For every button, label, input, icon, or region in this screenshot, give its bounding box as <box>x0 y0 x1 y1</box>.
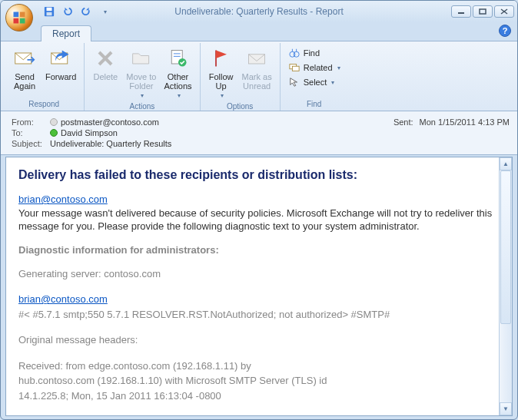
select-icon <box>288 76 301 88</box>
title-bar: Undeliverable: Quarterly Results - Repor… <box>1 1 517 22</box>
close-button[interactable] <box>494 5 514 18</box>
from-value: postmaster@contoso.com <box>61 117 159 127</box>
move-label: Move to Folder <box>126 72 156 91</box>
recipient-link-2[interactable]: brian@contoso.com <box>18 293 108 305</box>
group-actions-label: Actions <box>89 101 194 113</box>
subject-label: Subject: <box>12 139 50 148</box>
other-actions-button[interactable]: Other Actions <box>161 45 194 101</box>
other-actions-icon <box>166 46 191 71</box>
mark-unread-label: Mark as Unread <box>242 72 272 91</box>
qat-customize-button[interactable] <box>96 3 113 20</box>
minimize-button[interactable] <box>451 5 471 18</box>
forward-button[interactable]: Forward <box>42 45 79 83</box>
group-actions: Delete Move to Folder Other Actions Acti… <box>85 43 200 111</box>
forward-icon <box>48 46 73 71</box>
find-label: Find <box>304 48 320 58</box>
group-find-label: Find <box>285 98 344 111</box>
forward-label: Forward <box>45 72 76 81</box>
tab-report[interactable]: Report <box>41 25 91 41</box>
delete-icon <box>93 46 118 71</box>
sent-label: Sent: <box>393 117 413 127</box>
undo-button[interactable] <box>59 3 76 20</box>
sent-value: Mon 1/15/2011 4:13 PM <box>420 117 510 127</box>
vertical-scrollbar[interactable]: ▲ ▼ <box>499 157 512 415</box>
related-label: Related <box>304 63 333 72</box>
related-icon <box>288 61 301 74</box>
svg-rect-25 <box>292 66 299 71</box>
office-orb-button[interactable] <box>5 4 33 31</box>
smtp-error-line: #< #5.7.1 smtp;550 5.7.1 RESOLVER.RST.No… <box>18 307 500 322</box>
maximize-button[interactable] <box>473 5 493 18</box>
save-button[interactable] <box>41 3 58 20</box>
follow-up-button[interactable]: Follow Up <box>205 45 237 101</box>
presence-online-icon <box>50 129 58 137</box>
help-button[interactable]: ? <box>499 25 511 37</box>
follow-up-label: Follow Up <box>209 72 234 91</box>
move-to-folder-button[interactable]: Move to Folder <box>123 45 159 101</box>
folder-icon <box>129 46 154 71</box>
svg-rect-8 <box>480 9 486 14</box>
presence-unknown-icon <box>50 118 58 126</box>
quick-access-toolbar <box>41 3 113 20</box>
mark-unread-button[interactable]: Mark as Unread <box>239 45 275 92</box>
message-body-container: Delivery has failed to these recipients … <box>5 157 513 416</box>
related-button[interactable]: Related <box>285 61 344 74</box>
svg-rect-5 <box>47 8 52 11</box>
send-again-icon <box>12 46 37 71</box>
binoculars-icon <box>288 47 301 59</box>
svg-rect-6 <box>47 12 52 15</box>
svg-rect-1 <box>20 12 25 18</box>
svg-rect-19 <box>249 55 265 64</box>
diagnostic-heading: Diagnostic information for administrator… <box>18 244 500 256</box>
message-body: Delivery has failed to these recipients … <box>6 157 512 415</box>
select-label: Select <box>304 78 327 87</box>
recipient-link[interactable]: brian@contoso.com <box>18 193 108 205</box>
svg-rect-0 <box>14 12 19 18</box>
to-value: David Simpson <box>61 128 118 137</box>
group-respond: Send Again Forward Respond <box>4 43 85 111</box>
subject-value: Undeliverable: Quarterly Results <box>50 139 171 148</box>
received-line-3: 14.1.225.8; Mon, 15 Jan 2011 16:13:04 -0… <box>18 389 500 404</box>
original-headers-label: Original message headers: <box>18 332 500 348</box>
scroll-down-button[interactable]: ▼ <box>500 402 512 415</box>
from-label: From: <box>12 117 50 127</box>
received-line-1: Received: from edge.contoso.com (192.168… <box>18 359 500 374</box>
send-again-button[interactable]: Send Again <box>8 45 41 92</box>
received-line-2: hub.contoso.com (192.168.1.10) with Micr… <box>18 373 500 389</box>
to-label: To: <box>12 128 50 137</box>
group-respond-label: Respond <box>8 98 79 111</box>
group-options: Follow Up Mark as Unread Options <box>201 43 281 111</box>
other-actions-label: Other Actions <box>164 72 191 91</box>
ribbon: Send Again Forward Respond Delete Move t… <box>1 41 517 111</box>
group-options-label: Options <box>205 101 275 113</box>
delete-button[interactable]: Delete <box>89 45 121 83</box>
select-button[interactable]: Select <box>285 75 344 89</box>
send-again-label: Send Again <box>14 72 35 91</box>
flag-icon <box>209 46 234 71</box>
message-header: From: postmaster@contoso.com Sent: Mon 1… <box>1 111 517 155</box>
group-find: Find Related Select Find <box>281 43 348 111</box>
redo-button[interactable] <box>78 3 95 20</box>
svg-rect-2 <box>14 18 19 24</box>
ndr-explanation: Your message wasn't delivered because of… <box>18 207 492 233</box>
ndr-heading: Delivery has failed to these recipients … <box>18 168 500 182</box>
scroll-thumb[interactable] <box>500 170 511 324</box>
generating-server: Generating server: contoso.com <box>18 266 500 282</box>
svg-point-21 <box>294 51 299 57</box>
svg-rect-3 <box>20 18 25 24</box>
ribbon-tabs: Report ? <box>1 22 517 41</box>
delete-label: Delete <box>93 72 118 81</box>
window-title: Undeliverable: Quarterly Results - Repor… <box>174 6 343 17</box>
mark-unread-icon <box>244 46 269 71</box>
scroll-track[interactable] <box>500 170 512 402</box>
scroll-up-button[interactable]: ▲ <box>500 157 512 170</box>
find-button[interactable]: Find <box>285 46 344 60</box>
